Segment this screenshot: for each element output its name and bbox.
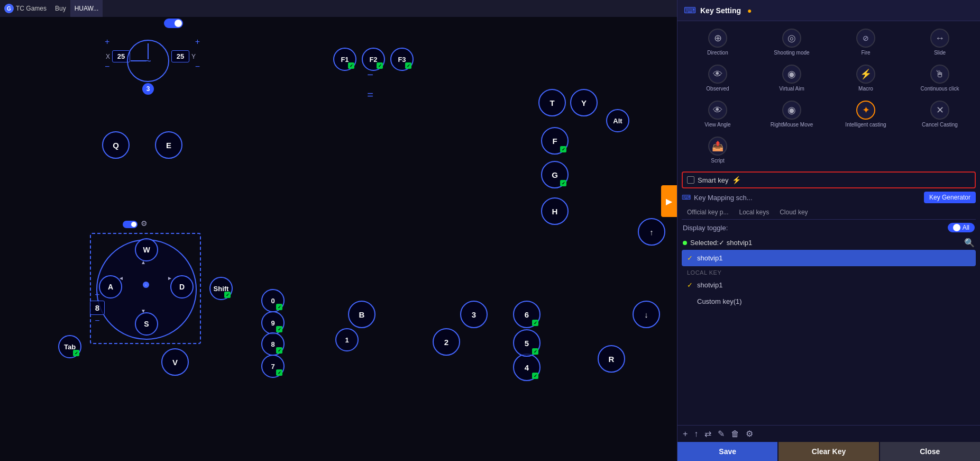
save-button[interactable]: Save xyxy=(677,442,777,461)
tool-right-mouse-label: RightMouse Move xyxy=(771,122,813,128)
key-r[interactable]: R xyxy=(598,345,625,373)
tool-macro[interactable]: ⚡ Macro xyxy=(830,61,902,95)
y-minus[interactable]: − xyxy=(195,62,200,71)
profile-item-shotvip1-selected[interactable]: ✓ shotvip1 xyxy=(682,250,976,266)
key-shift[interactable]: Shift✓ xyxy=(209,277,233,300)
key-t[interactable]: T xyxy=(538,89,566,116)
key-b[interactable]: B xyxy=(348,301,375,328)
smart-key-lightning-icon: ⚡ xyxy=(732,176,741,184)
key-h[interactable]: H xyxy=(541,197,569,225)
key-y[interactable]: Y xyxy=(570,89,598,116)
key-q[interactable]: Q xyxy=(102,131,130,159)
y-value[interactable]: 25 xyxy=(171,50,189,62)
key-3[interactable]: 3 xyxy=(460,301,488,328)
key-f2[interactable]: F2✓ xyxy=(362,48,385,71)
delete-profile-icon[interactable]: 🗑 xyxy=(731,429,739,439)
key-g[interactable]: G✓ xyxy=(541,161,569,188)
clear-key-button[interactable]: Clear Key xyxy=(778,442,878,461)
key-8[interactable]: 8✓ xyxy=(261,332,285,356)
game-area: G TC Games Buy HUAW... X 25 ~ 25 Y xyxy=(0,0,677,461)
display-toggle-all[interactable]: All xyxy=(948,223,975,232)
upload-profile-icon[interactable]: ↑ xyxy=(694,429,698,439)
direction-pad[interactable]: ⚙ W A S D · ◄ ► ▲ ▼ xyxy=(90,233,201,344)
tool-intelligent-casting[interactable]: ✦ Intelligent casting xyxy=(830,97,902,131)
key-1[interactable]: 1 xyxy=(335,328,359,351)
tool-continuous[interactable]: 🖱 Continuous click xyxy=(904,61,976,95)
tool-direction[interactable]: ⊕ Direction xyxy=(682,25,754,59)
settings-profile-icon[interactable]: ⚙ xyxy=(746,429,753,439)
dir-pad-gear-icon[interactable]: ⚙ xyxy=(141,219,151,230)
direction-icon: ⊕ xyxy=(708,29,727,48)
key-7[interactable]: 7✓ xyxy=(261,355,285,378)
tool-shooting-label: Shooting mode xyxy=(774,50,809,56)
smart-key-checkbox[interactable] xyxy=(687,176,694,184)
share-profile-icon[interactable]: ⇄ xyxy=(704,429,711,439)
tool-right-mouse[interactable]: ◉ RightMouse Move xyxy=(756,97,828,131)
y-label: Y xyxy=(191,53,196,60)
key-2[interactable]: 2 xyxy=(433,328,460,356)
key-tab[interactable]: Tab✓ xyxy=(58,335,81,358)
close-button[interactable]: Close xyxy=(880,442,980,461)
tool-cancel-casting-label: Cancel Casting xyxy=(922,122,958,128)
tool-virtual-aim[interactable]: ◉ Virtual Aim xyxy=(756,61,828,95)
sidebar-minus-btn[interactable]: − xyxy=(367,69,373,81)
tab-official[interactable]: Official key p... xyxy=(682,206,734,219)
key-f3[interactable]: F3✓ xyxy=(390,48,414,71)
sidebar-toggle-arrow[interactable]: ▶ xyxy=(661,185,677,217)
tool-shooting[interactable]: ◎ Shooting mode xyxy=(756,25,828,59)
key-v[interactable]: V xyxy=(161,348,189,376)
edit-dot: ✓ xyxy=(348,62,354,69)
edit-dot: ✓ xyxy=(532,373,538,379)
add-profile-icon[interactable]: + xyxy=(683,429,688,439)
right-mouse-icon: ◉ xyxy=(782,101,801,120)
dir-level-minus[interactable]: − xyxy=(90,316,105,326)
key-s[interactable]: S xyxy=(135,312,158,336)
key-4[interactable]: 4✓ xyxy=(513,354,541,381)
tab-cloud[interactable]: Cloud key xyxy=(774,206,813,219)
dir-pad-toggle[interactable] xyxy=(123,221,138,228)
key-5[interactable]: 5✓ xyxy=(513,329,541,357)
key-alt[interactable]: Alt xyxy=(606,109,629,132)
profile-search-icon[interactable]: 🔍 xyxy=(964,238,975,248)
key-0[interactable]: 0✓ xyxy=(261,289,285,312)
cancel-casting-icon: ✕ xyxy=(930,101,949,120)
edit-dot: ✓ xyxy=(276,304,282,310)
aim-toggle[interactable] xyxy=(164,19,183,28)
buy-btn[interactable]: Buy xyxy=(51,0,70,17)
edit-profile-icon[interactable]: ✎ xyxy=(718,429,725,439)
key-generator-button[interactable]: Key Generator xyxy=(924,192,976,203)
x-plus[interactable]: + xyxy=(105,37,109,47)
dir-level-value[interactable]: 8 xyxy=(90,301,105,315)
tool-view-angle[interactable]: 👁 View Angle xyxy=(682,97,754,131)
tool-grid: ⊕ Direction ◎ Shooting mode ⊘ Fire ↔ Sli… xyxy=(677,21,980,171)
key-w[interactable]: W xyxy=(135,238,158,261)
game-tab[interactable]: HUAW... xyxy=(70,0,103,17)
key-f[interactable]: F✓ xyxy=(541,127,569,155)
aim-ring[interactable]: ~ xyxy=(127,40,169,82)
tab-local[interactable]: Local keys xyxy=(734,206,774,219)
sidebar-equal-btn[interactable]: = xyxy=(367,89,373,101)
tool-observed[interactable]: 👁 Observed xyxy=(682,61,754,95)
view-angle-icon: 👁 xyxy=(708,101,727,120)
tool-slide[interactable]: ↔ Slide xyxy=(904,25,976,59)
display-toggle-label: Display toggle: xyxy=(683,224,944,232)
key-e[interactable]: E xyxy=(155,131,182,159)
key-↓[interactable]: ↓ xyxy=(633,301,660,328)
edit-dot: ✓ xyxy=(276,347,282,354)
key-↑[interactable]: ↑ xyxy=(638,218,665,246)
key-6[interactable]: 6✓ xyxy=(513,301,541,328)
profile-item-shotvip1-local[interactable]: ✓ shotvip1 xyxy=(682,277,976,293)
sidebar-header: ⌨ Key Setting ● xyxy=(677,0,980,21)
app-logo[interactable]: G TC Games xyxy=(0,0,51,17)
key-d[interactable]: D xyxy=(170,275,194,299)
dir-level-plus[interactable]: + xyxy=(90,290,105,300)
y-plus[interactable]: + xyxy=(195,37,200,47)
profile-name: shotvip1 xyxy=(697,254,722,262)
profile-item-custom[interactable]: ✓ Custom key(1) xyxy=(682,293,976,310)
tool-cancel-casting[interactable]: ✕ Cancel Casting xyxy=(904,97,976,131)
x-minus[interactable]: − xyxy=(105,62,109,71)
key-9[interactable]: 9✓ xyxy=(261,311,285,335)
key-f1[interactable]: F1✓ xyxy=(333,48,356,71)
tool-script[interactable]: 📤 Script xyxy=(682,133,754,167)
tool-fire[interactable]: ⊘ Fire xyxy=(830,25,902,59)
